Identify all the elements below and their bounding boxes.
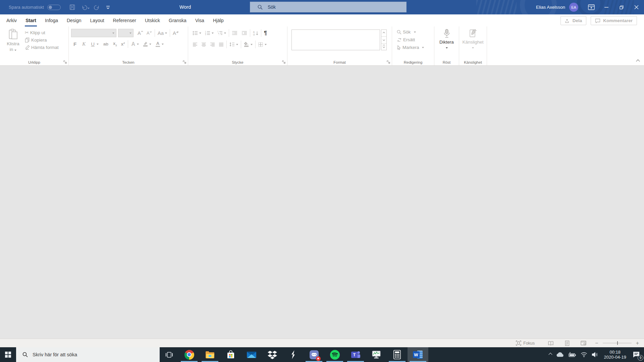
zoom-slider-thumb[interactable] — [617, 341, 618, 345]
taskbar-app-microsoft-store[interactable] — [220, 347, 241, 362]
autosave-toggle[interactable] — [47, 5, 61, 10]
paragraph-dialog-launcher-icon[interactable] — [282, 60, 285, 64]
justify-icon[interactable] — [219, 43, 224, 47]
titlebar-search-box[interactable]: Sök — [250, 2, 407, 12]
select-dropdown-icon[interactable] — [422, 47, 424, 48]
taskbar-app-file-explorer[interactable] — [200, 347, 220, 362]
align-right-icon[interactable] — [210, 43, 215, 47]
tab-infoga[interactable]: Infoga — [41, 14, 62, 26]
start-button[interactable] — [0, 347, 16, 362]
zoom-out-button[interactable]: − — [595, 340, 598, 346]
taskbar-app-shadow[interactable] — [283, 347, 304, 362]
tab-layout[interactable]: Layout — [86, 14, 109, 26]
align-center-icon[interactable] — [201, 43, 206, 47]
highlight-dropdown-icon[interactable] — [149, 44, 151, 45]
multilevel-list-icon[interactable]: 1ai — [217, 31, 223, 35]
find-dropdown-icon[interactable] — [414, 32, 416, 33]
show-formatting-button[interactable]: ¶ — [264, 30, 267, 36]
avatar[interactable]: EA — [569, 3, 578, 12]
battery-icon[interactable] — [569, 352, 576, 358]
customize-quick-access-icon[interactable] — [104, 0, 112, 14]
action-center-button[interactable]: 9 — [632, 351, 641, 359]
styles-dialog-launcher-icon[interactable] — [387, 60, 390, 64]
chevron-up-icon[interactable] — [548, 353, 552, 356]
change-case-button[interactable]: Aa — [158, 31, 167, 36]
taskbar-app-system-monitor[interactable] — [366, 347, 387, 362]
copy-button[interactable]: Kopiera — [25, 38, 59, 43]
restore-button[interactable] — [614, 0, 629, 14]
read-mode-icon[interactable] — [548, 341, 554, 346]
print-layout-icon[interactable] — [565, 341, 570, 346]
tab-hjalp[interactable]: Hjälp — [209, 14, 228, 26]
font-dialog-launcher-icon[interactable] — [183, 60, 186, 64]
bullet-list-dropdown-icon[interactable] — [199, 33, 201, 34]
line-spacing-icon[interactable] — [229, 42, 235, 47]
taskbar-app-chrome[interactable] — [179, 347, 200, 362]
tab-arkiv[interactable]: Arkiv — [2, 14, 21, 26]
styles-scroll-up-icon[interactable] — [381, 30, 386, 37]
numbered-list-icon[interactable]: 123 — [205, 31, 210, 35]
font-name-select[interactable] — [71, 29, 116, 37]
grow-font-button[interactable]: A — [138, 31, 143, 36]
share-button[interactable]: Dela — [560, 16, 587, 25]
wifi-icon[interactable] — [581, 352, 587, 357]
taskbar-app-discord[interactable] — [304, 347, 324, 362]
align-left-icon[interactable] — [193, 43, 198, 47]
zoom-slider[interactable] — [603, 343, 632, 343]
taskbar-clock[interactable]: 00:18 2020-04-19 — [604, 350, 627, 360]
tab-design[interactable]: Design — [62, 14, 86, 26]
numbered-list-dropdown-icon[interactable] — [212, 33, 214, 34]
tab-granska[interactable]: Granska — [164, 14, 191, 26]
strikethrough-button[interactable]: ab — [103, 42, 108, 47]
sensitivity-dropdown-icon[interactable] — [472, 47, 474, 49]
sensitivity-button[interactable]: Känslighet — [459, 29, 487, 50]
increase-indent-icon[interactable] — [241, 31, 247, 35]
shading-button[interactable] — [244, 42, 249, 47]
paste-dropdown-icon[interactable] — [14, 50, 16, 51]
styles-scroll-down-icon[interactable] — [381, 37, 386, 43]
onedrive-cloud-icon[interactable] — [556, 352, 564, 357]
styles-gallery[interactable] — [291, 29, 380, 50]
taskbar-app-dropbox[interactable] — [262, 347, 283, 362]
text-effects-dropdown-icon[interactable] — [137, 44, 139, 45]
comments-button[interactable]: Kommentarer — [591, 16, 637, 25]
taskbar-app-teams[interactable]: T — [345, 347, 366, 362]
redo-icon[interactable] — [92, 0, 101, 14]
focus-mode-button[interactable]: Fokus — [516, 341, 535, 346]
find-button[interactable]: Sök — [397, 29, 424, 35]
task-view-button[interactable] — [160, 347, 179, 362]
select-button[interactable]: Markera — [397, 45, 424, 50]
minimize-button[interactable] — [599, 0, 614, 14]
web-layout-icon[interactable] — [581, 341, 586, 346]
save-icon[interactable] — [68, 0, 77, 14]
bold-button[interactable]: F — [73, 42, 76, 47]
text-effects-button[interactable]: A — [131, 42, 135, 47]
taskbar-search-box[interactable]: Skriv här för att söka — [16, 347, 160, 362]
format-painter-button[interactable]: Hämta format — [25, 45, 59, 50]
replace-button[interactable]: Ersätt — [397, 37, 424, 42]
volume-icon[interactable] — [592, 352, 598, 357]
dictate-button[interactable]: Diktera — [434, 29, 459, 50]
bullet-list-icon[interactable] — [193, 31, 198, 35]
close-button[interactable] — [629, 0, 644, 14]
underline-dropdown-icon[interactable] — [97, 44, 99, 45]
tab-start[interactable]: Start — [21, 14, 41, 26]
subscript-button[interactable]: x2 — [113, 41, 117, 47]
taskbar-app-calculator[interactable] — [387, 347, 408, 362]
tab-utskick[interactable]: Utskick — [141, 14, 164, 26]
font-size-select[interactable] — [118, 29, 133, 37]
sort-icon[interactable]: AÖ — [253, 31, 258, 36]
paste-button[interactable]: Klistra in — [3, 29, 23, 52]
font-color-button[interactable]: A — [156, 41, 160, 47]
taskbar-app-spotify[interactable] — [324, 347, 345, 362]
borders-icon[interactable] — [258, 42, 263, 47]
document-canvas[interactable] — [0, 66, 644, 339]
line-spacing-dropdown-icon[interactable] — [236, 44, 238, 45]
multilevel-list-dropdown-icon[interactable] — [224, 33, 226, 34]
taskbar-app-word[interactable]: W — [408, 347, 428, 362]
cut-button[interactable]: ✂ Klipp ut — [25, 30, 59, 35]
borders-dropdown-icon[interactable] — [265, 44, 267, 45]
ribbon-display-options-icon[interactable] — [584, 0, 599, 14]
tab-referenser[interactable]: Referenser — [109, 14, 141, 26]
clipboard-dialog-launcher-icon[interactable] — [63, 60, 67, 64]
